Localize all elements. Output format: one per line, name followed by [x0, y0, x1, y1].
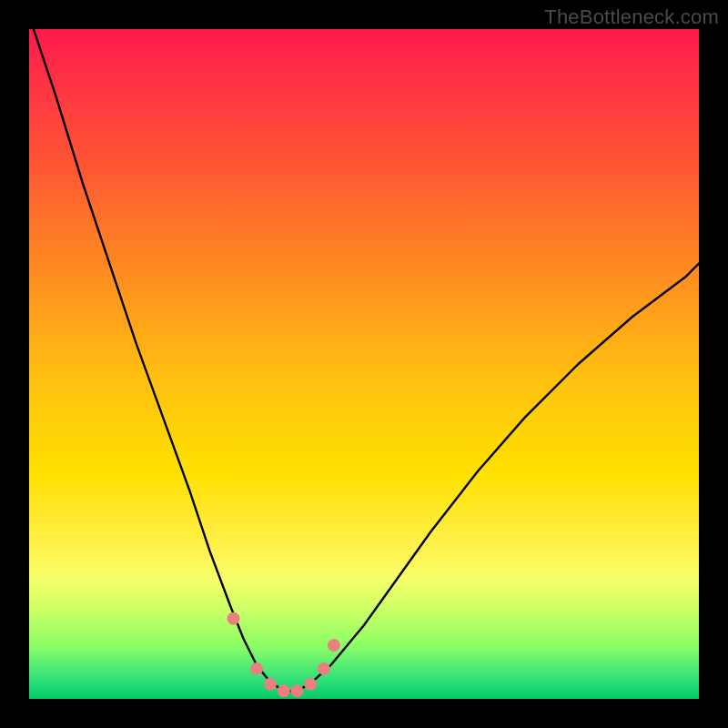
marker-series	[228, 612, 340, 698]
marker-dot	[250, 662, 263, 675]
marker-dot	[228, 612, 240, 625]
marker-dot	[318, 662, 330, 675]
chart-svg	[29, 29, 699, 699]
curve-path	[29, 15, 699, 691]
marker-dot	[290, 684, 303, 697]
marker-dot	[304, 678, 317, 691]
watermark-text: TheBottleneck.com	[544, 5, 719, 29]
curve-series	[29, 15, 699, 691]
marker-dot	[264, 678, 277, 691]
marker-dot	[328, 639, 340, 652]
chart-frame: TheBottleneck.com	[0, 0, 728, 728]
plot-area	[29, 29, 699, 699]
marker-dot	[278, 684, 290, 697]
